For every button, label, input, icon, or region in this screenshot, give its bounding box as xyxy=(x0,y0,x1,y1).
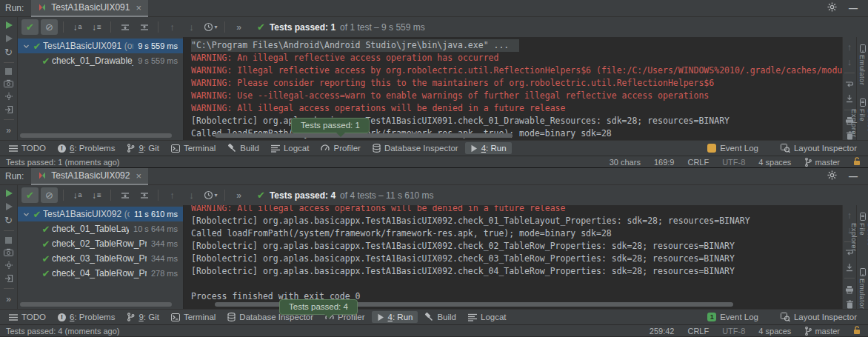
hide-window-button[interactable]: — xyxy=(849,171,858,181)
rerun-button[interactable] xyxy=(2,189,16,198)
status-widget-utf-8[interactable]: UTF-8 xyxy=(722,327,745,336)
test-tree[interactable]: ✔TestA1BasicUIX092(org.aplas.basica11 s … xyxy=(18,205,184,309)
rerun-failed-button[interactable] xyxy=(2,34,16,43)
previous-occurrence-button[interactable]: ↑ xyxy=(164,19,181,35)
toolwindow-button-logcat[interactable]: Logcat xyxy=(266,142,315,154)
toolwindow-button-layout-inspector[interactable]: Layout Inspector xyxy=(775,142,862,154)
expand-all-button[interactable] xyxy=(116,187,133,203)
run-config-tab[interactable]: TestA1BasicUIX091× xyxy=(31,0,148,17)
toolwindow-button-build[interactable]: Build xyxy=(419,311,461,323)
screenshot-button[interactable] xyxy=(2,79,16,87)
stripe-button-device-file-explorer[interactable]: Device File Explorer xyxy=(850,99,868,140)
collapse-all-button[interactable] xyxy=(136,19,153,35)
rerun-failed-button[interactable] xyxy=(2,202,16,211)
toolwindow-button-problems[interactable]: !6: Problems xyxy=(53,311,120,323)
next-occurrence-button[interactable]: ↓ xyxy=(183,19,200,35)
status-widget-4-spaces[interactable]: 4 spaces xyxy=(758,327,791,336)
status-widget-crlf[interactable]: CRLF xyxy=(687,158,709,167)
stop-button[interactable] xyxy=(2,236,16,244)
scroll-to-end-button[interactable] xyxy=(843,262,856,272)
filter-passed-toggle[interactable]: ✔ xyxy=(21,187,39,203)
previous-occurrence-button[interactable]: ↑ xyxy=(164,187,181,203)
test-tree-row[interactable]: ✔check_02_TableRow_Properties344 ms xyxy=(18,236,183,251)
restart-button[interactable]: ↻ xyxy=(2,47,16,57)
test-tree-row[interactable]: ✔TestA1BasicUIX092(org.aplas.basica11 s … xyxy=(18,207,183,221)
stripe-button-emulator[interactable]: Emulator xyxy=(858,268,867,309)
sort-alphabetically-button[interactable]: ↓a xyxy=(69,187,86,203)
toolwindow-button-terminal[interactable]: Terminal xyxy=(166,142,221,154)
tree-horizontal-scrollbar[interactable] xyxy=(20,133,172,138)
test-history-button[interactable]: ▾ xyxy=(202,19,219,35)
printer-button[interactable] xyxy=(843,284,856,294)
test-tree[interactable]: ✔TestA1BasicUIX091(org.aplas.basicap9 s … xyxy=(18,37,184,140)
toolwindow-button-database-inspector[interactable]: Database Inspector xyxy=(367,142,464,154)
toolwindow-button-todo[interactable]: TODO xyxy=(4,142,51,154)
console-output[interactable]: WARNING: All illegal access operations w… xyxy=(184,205,842,309)
more-options-button[interactable]: » xyxy=(6,125,11,136)
tab-close-icon[interactable]: × xyxy=(136,170,141,181)
more-options-button[interactable]: » xyxy=(6,294,11,304)
down-arrow-button[interactable]: ↓ xyxy=(843,226,856,236)
test-tree-row[interactable]: ✔check_04_TableRow_Properties278 ms xyxy=(18,266,183,281)
down-arrow-button[interactable]: ↓ xyxy=(843,58,856,67)
screenshot-button[interactable] xyxy=(2,248,16,256)
rerun-button[interactable] xyxy=(2,21,16,30)
settings-gear-button[interactable] xyxy=(827,2,837,14)
console-horizontal-scrollbar[interactable] xyxy=(215,133,513,138)
trash-button[interactable] xyxy=(843,299,856,309)
status-widget-4-spaces[interactable]: 4 spaces xyxy=(758,158,791,167)
restore-layout-button[interactable] xyxy=(2,274,16,283)
filter-ignored-toggle[interactable]: ⊘ xyxy=(41,187,58,203)
hide-window-button[interactable]: — xyxy=(849,3,858,13)
sort-by-duration-button[interactable]: ↓≡ xyxy=(88,19,105,35)
status-widget-utf-8[interactable]: UTF-8 xyxy=(722,158,745,167)
soft-wrap-button[interactable] xyxy=(843,79,856,89)
filter-passed-toggle[interactable]: ✔ xyxy=(21,19,39,35)
git-branch-widget[interactable]: master xyxy=(804,327,840,336)
toolwindow-button-problems[interactable]: !6: Problems xyxy=(53,142,120,154)
tab-close-icon[interactable]: × xyxy=(136,2,141,13)
toolwindow-button-todo[interactable]: TODO xyxy=(4,311,51,323)
toolwindow-button-profiler[interactable]: Profiler xyxy=(316,142,365,154)
more-toolbar-button[interactable]: » xyxy=(230,19,247,35)
up-arrow-button[interactable]: ↑ xyxy=(843,43,856,53)
test-tree-row[interactable]: ✔TestA1BasicUIX091(org.aplas.basicap9 s … xyxy=(18,39,183,53)
toolwindow-button-terminal[interactable]: Terminal xyxy=(166,311,221,323)
test-tree-row[interactable]: ✔check_03_TableRow_Properties344 ms xyxy=(18,251,183,266)
stop-button[interactable] xyxy=(2,68,16,76)
toolwindow-button-event-log[interactable]: Event Log xyxy=(702,142,764,154)
status-widget-259-42[interactable]: 259:42 xyxy=(650,327,675,336)
settings-gear-button[interactable] xyxy=(827,170,837,182)
test-tree-row[interactable]: ✔check_01_Drawable_Resources9 s 559 ms xyxy=(18,53,183,68)
collapse-all-button[interactable] xyxy=(136,187,153,203)
test-tree-row[interactable]: ✔check_01_TableLayout_Properties10 s 644… xyxy=(18,221,183,236)
toolwindow-button-build[interactable]: Build xyxy=(222,142,264,154)
tree-horizontal-scrollbar[interactable] xyxy=(20,302,172,307)
git-branch-widget[interactable]: master xyxy=(804,158,840,167)
toolwindow-button-layout-inspector[interactable]: Layout Inspector xyxy=(775,311,862,323)
status-widget-169-9[interactable]: 169:9 xyxy=(654,158,675,167)
status-widget-30-chars[interactable]: 30 chars xyxy=(610,158,641,167)
restart-button[interactable]: ↻ xyxy=(2,216,16,225)
expand-all-button[interactable] xyxy=(116,19,133,35)
next-occurrence-button[interactable]: ↓ xyxy=(183,187,200,203)
toolwindow-button-git[interactable]: 9: Git xyxy=(121,311,164,323)
restore-layout-button[interactable] xyxy=(2,105,16,114)
toolwindow-button-git[interactable]: 9: Git xyxy=(121,142,164,154)
console-output[interactable]: "C:\Program Files\Android\Android Studio… xyxy=(184,37,842,140)
test-settings-button[interactable] xyxy=(2,261,16,270)
toolwindow-button-event-log[interactable]: 1Event Log xyxy=(702,311,764,323)
test-history-button[interactable]: ▾ xyxy=(202,187,219,203)
readonly-lock-button[interactable] xyxy=(853,157,861,167)
run-config-tab[interactable]: TestA1BasicUIX092× xyxy=(31,168,148,185)
stripe-button-emulator[interactable]: Emulator xyxy=(858,44,867,85)
toolwindow-button-logcat[interactable]: Logcat xyxy=(463,311,512,323)
toolwindow-button-run[interactable]: 4: Run xyxy=(465,142,512,154)
more-toolbar-button[interactable]: » xyxy=(230,187,247,203)
test-settings-button[interactable] xyxy=(2,92,16,101)
sort-by-duration-button[interactable]: ↓≡ xyxy=(88,187,105,203)
status-widget-crlf[interactable]: CRLF xyxy=(687,327,709,336)
readonly-lock-button[interactable] xyxy=(853,326,861,336)
up-arrow-button[interactable]: ↑ xyxy=(843,211,856,221)
toolwindow-button-run[interactable]: 4: Run xyxy=(372,311,418,323)
